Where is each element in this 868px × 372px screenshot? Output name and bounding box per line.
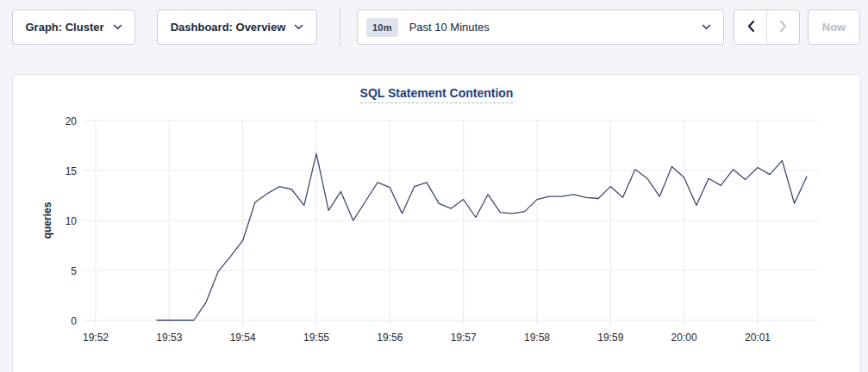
chevron-down-icon: [294, 24, 303, 30]
line-chart[interactable]: 0510152019:5219:5319:5419:5519:5619:5719…: [13, 75, 862, 372]
now-button[interactable]: Now: [808, 9, 860, 45]
time-window-nav: [734, 9, 800, 45]
next-timewindow-button[interactable]: [766, 10, 799, 44]
x-tick-label: 19:54: [230, 332, 256, 344]
graph-dropdown[interactable]: Graph: Cluster: [12, 9, 135, 45]
y-tick-label: 15: [66, 165, 78, 177]
toolbar-divider: [340, 8, 340, 46]
time-range-dropdown[interactable]: 10m Past 10 Minutes: [357, 9, 724, 45]
chevron-right-icon: [779, 20, 788, 35]
y-tick-label: 10: [66, 215, 78, 227]
chart-panel: SQL Statement Contention 0510152019:5219…: [12, 74, 861, 372]
time-range-label: Past 10 Minutes: [409, 21, 490, 34]
dashboard-dropdown[interactable]: Dashboard: Overview: [157, 9, 317, 45]
x-tick-label: 19:55: [303, 332, 329, 344]
x-tick-label: 19:56: [377, 332, 403, 344]
x-tick-label: 19:53: [156, 332, 182, 344]
x-tick-label: 20:00: [671, 332, 697, 344]
metrics-page: { "toolbar": { "graph_dropdown_label": "…: [0, 0, 868, 372]
chevron-down-icon: [113, 24, 122, 30]
chevron-left-icon: [746, 20, 755, 35]
graph-dropdown-label: Graph: Cluster: [25, 21, 103, 34]
y-axis-label: queries: [41, 202, 53, 239]
time-range-badge: 10m: [366, 18, 398, 37]
prev-timewindow-button[interactable]: [734, 10, 766, 44]
chart-grid: 0510152019:5219:5319:5419:5519:5619:5719…: [66, 115, 818, 344]
dashboard-dropdown-label: Dashboard: Overview: [171, 21, 286, 34]
y-tick-label: 0: [71, 315, 77, 327]
x-tick-label: 19:59: [597, 332, 623, 344]
x-tick-label: 19:57: [451, 332, 477, 344]
x-tick-label: 19:58: [524, 332, 550, 344]
y-tick-label: 20: [66, 115, 78, 127]
series-line-queries: [157, 153, 807, 320]
x-tick-label: 20:01: [745, 332, 771, 344]
x-tick-label: 19:52: [83, 332, 109, 344]
y-tick-label: 5: [71, 265, 77, 277]
chevron-down-icon: [702, 24, 711, 30]
